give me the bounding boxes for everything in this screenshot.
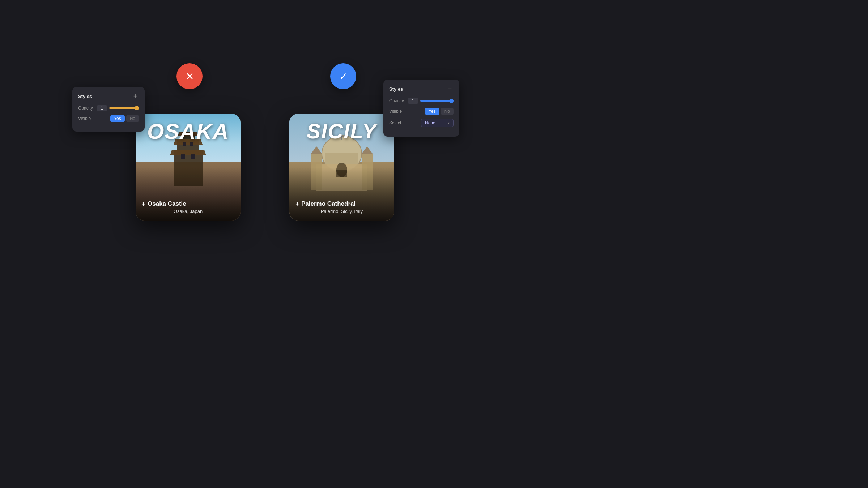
osaka-city-title: OSAKA	[136, 119, 241, 144]
download-icon: ⬇	[141, 201, 145, 207]
slider-fill-sicily	[420, 100, 454, 102]
panel-add-button-sicily[interactable]: +	[446, 85, 454, 93]
check-icon: ✓	[339, 70, 348, 82]
opacity-label-osaka: Opacity	[78, 106, 97, 111]
slider-track-osaka[interactable]	[109, 107, 139, 109]
toggle-yes-osaka[interactable]: Yes	[110, 115, 125, 122]
toggle-group-sicily: Yes No	[425, 108, 454, 115]
toggle-no-sicily[interactable]: No	[441, 108, 454, 115]
panel-header-osaka: Styles +	[78, 93, 139, 100]
slider-track-sicily[interactable]	[420, 100, 454, 102]
select-value-sicily: None	[425, 120, 435, 125]
chevron-down-icon: ▾	[448, 121, 450, 125]
visible-label-osaka: Visible	[78, 116, 97, 121]
visible-label-sicily: Visible	[389, 109, 408, 114]
slider-thumb-osaka[interactable]	[135, 106, 139, 110]
panel-add-button-osaka[interactable]: +	[132, 93, 139, 100]
download-icon-sicily: ⬇	[295, 201, 299, 207]
card-sicily[interactable]: SICILY ⬇ Palermo Cathedral Palermo, Sici…	[289, 114, 394, 221]
styles-panel-sicily: Styles + Opacity 1 Visible Yes No Select	[383, 80, 459, 137]
svg-marker-3	[170, 150, 206, 155]
opacity-slider-sicily[interactable]: 1	[408, 98, 454, 104]
svg-rect-7	[191, 154, 195, 159]
sicily-location-sub: Palermo, Sicily, Italy	[295, 209, 388, 214]
opacity-value-osaka: 1	[97, 105, 107, 111]
opacity-label-sicily: Opacity	[389, 98, 408, 103]
sicily-city-title: SICILY	[289, 119, 394, 143]
styles-panel-osaka: Styles + Opacity 1 Visible Yes No	[72, 87, 145, 132]
toggle-yes-sicily[interactable]: Yes	[425, 108, 439, 115]
panel-title-sicily: Styles	[389, 86, 403, 92]
osaka-location-name: ⬇ Osaka Castle	[141, 200, 235, 207]
toggle-group-osaka: Yes No	[110, 115, 139, 122]
slider-thumb-sicily[interactable]	[449, 99, 454, 103]
toggle-no-osaka[interactable]: No	[126, 115, 139, 122]
opacity-slider-osaka[interactable]: 1	[97, 105, 139, 111]
osaka-location-sub: Osaka, Japan	[141, 209, 235, 214]
visible-row-sicily: Visible Yes No	[389, 108, 454, 115]
select-label-sicily: Select	[389, 120, 408, 125]
svg-rect-6	[181, 154, 185, 159]
svg-marker-16	[311, 146, 322, 154]
svg-marker-17	[362, 146, 373, 154]
reject-button[interactable]: ✕	[176, 63, 203, 89]
opacity-row-osaka: Opacity 1	[78, 105, 139, 111]
x-icon: ✕	[186, 70, 194, 82]
select-dropdown-sicily[interactable]: None ▾	[421, 119, 454, 127]
card-osaka[interactable]: OSAKA ⬇ Osaka Castle Osaka, Japan	[136, 114, 241, 221]
visible-row-osaka: Visible Yes No	[78, 115, 139, 122]
select-row-sicily: Select None ▾	[389, 119, 454, 127]
sicily-location-name: ⬇ Palermo Cathedral	[295, 200, 388, 207]
opacity-value-sicily: 1	[408, 98, 418, 104]
accept-button[interactable]: ✓	[330, 63, 356, 89]
panel-title-osaka: Styles	[78, 94, 92, 99]
opacity-row-sicily: Opacity 1	[389, 98, 454, 104]
panel-header-sicily: Styles +	[389, 85, 454, 93]
svg-rect-12	[326, 153, 358, 164]
